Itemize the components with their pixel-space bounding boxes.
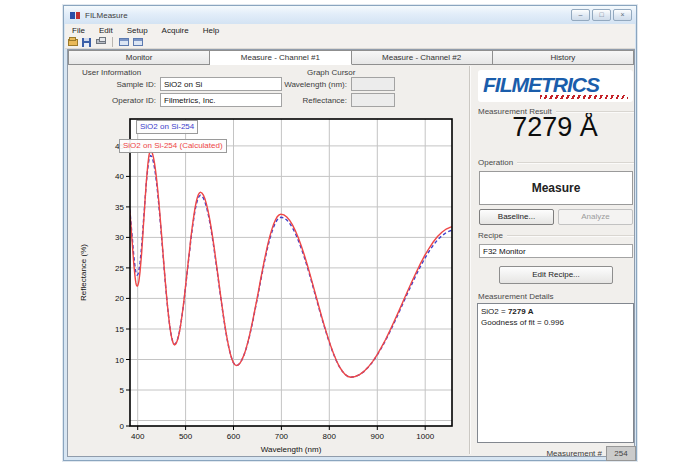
screenshot: FILMeasure – □ × File Edit Setup Acquire… <box>0 0 700 466</box>
measurement-number-field <box>606 446 636 461</box>
svg-text:400: 400 <box>131 432 145 441</box>
filmetrics-logo: FILMETRICS <box>478 70 633 102</box>
tab-strip: Monitor Measure - Channel #1 Measure - C… <box>68 50 634 65</box>
legend-measured: SiO2 on Si-254 <box>136 120 198 134</box>
measurement-result-title: Measurement Result <box>478 107 556 116</box>
cursor-wavelength-label: Wavelength (nm): <box>273 80 347 89</box>
measurement-result-value: 7279 Å <box>476 112 634 143</box>
analyze-button[interactable]: Analyze <box>558 209 633 225</box>
edit-recipe-button[interactable]: Edit Recipe... <box>499 266 613 284</box>
menu-setup[interactable]: Setup <box>120 26 155 35</box>
details-line-1: SiO2 = 7279 A <box>481 306 630 317</box>
measurement-details-title: Measurement Details <box>478 292 558 301</box>
print-icon[interactable] <box>96 37 107 48</box>
sample-id-label: Sample ID: <box>88 80 156 89</box>
window-title: FILMeasure <box>85 11 128 20</box>
graph-cursor-title: Graph Cursor <box>307 68 355 77</box>
measurement-details-box[interactable]: SiO2 = 7279 A Goodness of fit = 0.996 <box>477 303 634 443</box>
svg-text:5: 5 <box>120 386 125 395</box>
menu-bar: File Edit Setup Acquire Help <box>65 24 635 36</box>
close-button[interactable]: × <box>613 9 632 21</box>
user-information-title: User Information <box>82 68 141 77</box>
svg-text:40: 40 <box>115 172 124 181</box>
minimize-button[interactable]: – <box>571 9 590 21</box>
maximize-button[interactable]: □ <box>592 9 611 21</box>
menu-help[interactable]: Help <box>196 26 226 35</box>
operation-title: Operation <box>478 158 517 167</box>
app-icon <box>70 11 81 20</box>
filmeasure-window: FILMeasure – □ × File Edit Setup Acquire… <box>63 5 637 461</box>
open-icon[interactable] <box>68 37 79 48</box>
svg-text:0: 0 <box>120 422 125 431</box>
save-icon[interactable] <box>82 37 93 48</box>
operator-id-label: Operator ID: <box>88 96 156 105</box>
tab-measure-channel-2[interactable]: Measure - Channel #2 <box>352 50 493 65</box>
svg-text:1000: 1000 <box>416 432 434 441</box>
measure-button[interactable]: Measure <box>479 171 633 205</box>
cursor-reflectance-label: Reflectance: <box>273 96 347 105</box>
svg-text:30: 30 <box>115 233 124 242</box>
svg-text:800: 800 <box>323 432 337 441</box>
tab-history[interactable]: History <box>493 50 634 65</box>
measurement-number-label: Measurement # <box>498 449 602 458</box>
svg-text:35: 35 <box>115 203 124 212</box>
tab-monitor[interactable]: Monitor <box>68 50 210 65</box>
toolbar-separator <box>112 37 113 47</box>
legend-calculated: SiO2 on Si-254 (Calculated) <box>119 139 227 153</box>
logo-hatch-accent <box>540 95 628 99</box>
svg-text:600: 600 <box>227 432 241 441</box>
sample-id-input[interactable] <box>160 77 282 91</box>
svg-text:25: 25 <box>115 264 124 273</box>
cursor-wavelength-field <box>351 77 395 91</box>
recipe-input[interactable] <box>479 244 633 258</box>
svg-text:Reflectance (%): Reflectance (%) <box>79 244 88 301</box>
details-line-2: Goodness of fit = 0.996 <box>481 317 630 328</box>
copy-icon[interactable] <box>133 37 144 48</box>
svg-text:700: 700 <box>275 432 289 441</box>
svg-text:500: 500 <box>179 432 193 441</box>
svg-text:10: 10 <box>115 356 124 365</box>
recipe-title: Recipe <box>478 231 507 240</box>
svg-text:900: 900 <box>371 432 385 441</box>
baseline-button[interactable]: Baseline... <box>479 209 554 225</box>
client-area: Monitor Measure - Channel #1 Measure - C… <box>67 49 635 457</box>
svg-text:20: 20 <box>115 294 124 303</box>
svg-text:Wavelength (nm): Wavelength (nm) <box>261 445 322 454</box>
export-icon[interactable] <box>119 37 130 48</box>
menu-acquire[interactable]: Acquire <box>155 26 196 35</box>
svg-text:15: 15 <box>115 325 124 334</box>
menu-file[interactable]: File <box>65 26 92 35</box>
tab-measure-channel-1[interactable]: Measure - Channel #1 <box>210 50 351 65</box>
title-bar[interactable]: FILMeasure – □ × <box>64 6 636 24</box>
reflectance-chart[interactable]: 4005006007008009001000051015202530354045… <box>68 105 468 457</box>
menu-edit[interactable]: Edit <box>92 26 120 35</box>
toolbar <box>65 36 635 49</box>
panel-divider <box>469 66 470 454</box>
filmetrics-logo-text: FILMETRICS <box>483 73 599 97</box>
